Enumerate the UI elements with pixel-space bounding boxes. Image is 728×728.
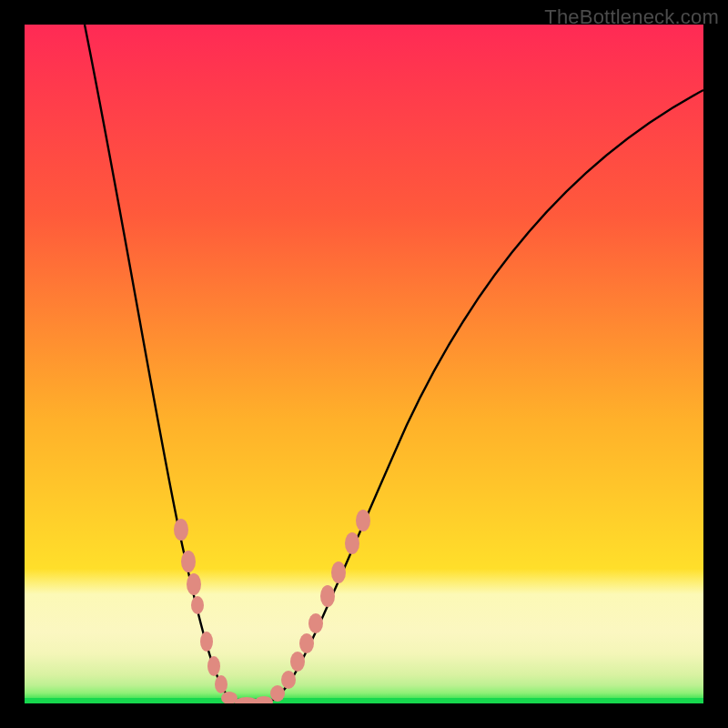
data-dot — [320, 585, 335, 607]
data-dot — [187, 573, 201, 595]
watermark-text: TheBottleneck.com — [544, 5, 719, 29]
data-dot — [308, 613, 323, 633]
plot-area — [25, 25, 703, 703]
data-dot — [191, 596, 204, 614]
data-dot — [290, 652, 305, 672]
chart-frame: TheBottleneck.com — [0, 0, 728, 728]
data-dot — [270, 685, 285, 702]
data-dot — [207, 656, 220, 676]
data-dot — [174, 519, 188, 541]
data-dot — [299, 633, 314, 653]
bottleneck-curve — [85, 25, 703, 703]
data-dot — [331, 561, 346, 583]
data-dot — [181, 551, 196, 572]
data-dot — [200, 632, 213, 652]
data-dot — [281, 671, 296, 689]
data-dot — [255, 696, 273, 703]
data-dots — [174, 510, 370, 703]
curve-layer — [25, 25, 703, 703]
data-dot — [345, 532, 359, 554]
data-dot — [356, 510, 370, 531]
data-dot — [235, 697, 258, 703]
data-dot — [215, 675, 228, 693]
